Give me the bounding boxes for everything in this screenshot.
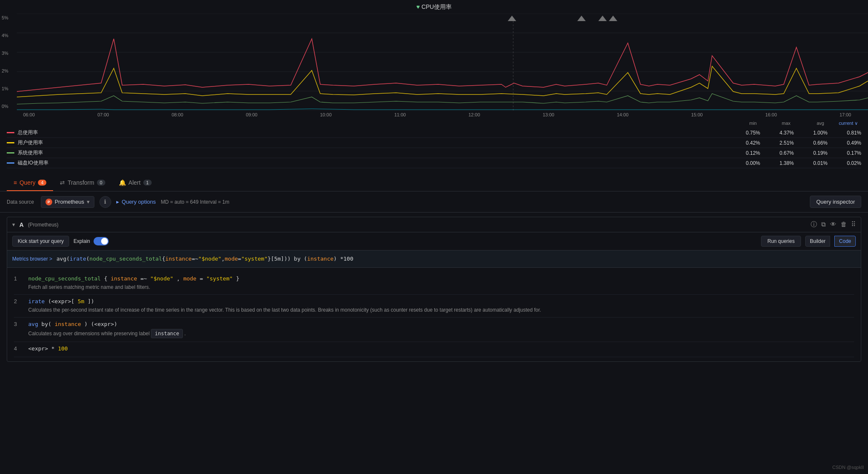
explain-toggle[interactable]: [94, 237, 109, 245]
builder-button[interactable]: Builder: [805, 236, 830, 247]
expr-irate: irate: [70, 256, 86, 262]
legend-max-sys: 0.67%: [760, 150, 794, 156]
legend-col-current[interactable]: current ∨: [824, 121, 858, 126]
query-options-meta: MD = auto = 649 Interval = 1m: [161, 199, 229, 205]
explain-num-1: 1: [14, 275, 22, 282]
explain-code-1: node_cpu_seconds_total { instance =~ "$n…: [28, 275, 854, 282]
query-tab-label: Query: [19, 179, 35, 186]
chevron-down-icon: ▾: [87, 199, 90, 205]
legend-min-sys: 0.12%: [726, 150, 760, 156]
query-letter: A: [19, 221, 24, 228]
watermark: CSDN @sqpkII: [832, 465, 864, 470]
explain-text-2: Calculates the per-second instant rate o…: [28, 306, 854, 314]
chevron-right-icon: ▸: [116, 199, 119, 205]
legend-color-user: [7, 142, 14, 143]
explain-code-4: <expr> * 100: [28, 345, 854, 352]
query-tab-icon: ≡: [13, 179, 17, 186]
legend-min-user: 0.42%: [726, 140, 760, 146]
legend-current-user: 0.49%: [828, 140, 861, 146]
legend-col-min: min: [723, 121, 757, 126]
query-options-label: Query options: [122, 199, 156, 205]
query-copy-icon[interactable]: ⧉: [821, 221, 826, 229]
tabs-bar: ≡ Query 4 ⇄ Transform 0 🔔 Alert 1: [0, 175, 868, 191]
explain-item-1: 1 node_cpu_seconds_total { instance =~ "…: [14, 272, 854, 295]
expr-avg: avg(: [56, 256, 70, 262]
expr-metric: node_cpu_seconds_total: [89, 256, 162, 262]
chart-svg: [17, 13, 868, 110]
datasource-selector[interactable]: P Prometheus ▾: [41, 196, 94, 208]
alert-tab-label: Alert: [129, 179, 141, 186]
legend-avg-disk: 0.01%: [794, 160, 828, 166]
list-item[interactable]: 用户使用率 0.42% 2.51% 0.66% 0.49%: [7, 138, 861, 148]
legend-max-disk: 1.38%: [760, 160, 794, 166]
legend-values-sys: 0.12% 0.67% 0.19% 0.17%: [726, 150, 861, 156]
chart-title: ♥ CPU使用率: [0, 3, 868, 13]
legend-min-total: 0.75%: [726, 130, 760, 136]
tab-transform[interactable]: ⇄ Transform 0: [53, 175, 112, 191]
legend-values-disk: 0.00% 1.38% 0.01% 0.02%: [726, 160, 861, 166]
datasource-label: Data source: [7, 199, 34, 205]
chart-title-text: CPU使用率: [421, 3, 452, 10]
query-block-header: ▾ A (Prometheus) ⓘ ⧉ 👁 🗑 ⠿: [7, 217, 861, 232]
chart-area: 5% 4% 3% 2% 1% 0%: [0, 13, 868, 110]
legend-current-sys: 0.17%: [828, 150, 861, 156]
legend-area: min max avg current ∨ 总使用率 0.75% 4.37% 1…: [0, 117, 868, 172]
list-item[interactable]: 磁盘IO使用率 0.00% 1.38% 0.01% 0.02%: [7, 158, 861, 168]
legend-label-user: 用户使用率: [18, 139, 726, 146]
transform-tab-badge: 0: [97, 180, 105, 186]
query-source: (Prometheus): [28, 222, 59, 228]
datasource-name: Prometheus: [55, 199, 84, 205]
transform-tab-label: Transform: [67, 179, 94, 186]
query-block: ▾ A (Prometheus) ⓘ ⧉ 👁 🗑 ⠿ Kick start yo…: [7, 217, 861, 362]
run-queries-button[interactable]: Run queries: [761, 236, 801, 247]
tab-query[interactable]: ≡ Query 4: [7, 175, 53, 191]
query-input-row: Kick start your query Explain Run querie…: [7, 232, 861, 250]
legend-max-user: 2.51%: [760, 140, 794, 146]
list-item[interactable]: 系统使用率 0.12% 0.67% 0.19% 0.17%: [7, 148, 861, 158]
expr-value-node: "$node": [198, 256, 222, 262]
code-button[interactable]: Code: [834, 236, 856, 247]
expression-row: Metrics browser > avg(irate(node_cpu_sec…: [7, 250, 861, 268]
explain-row: Explain: [73, 237, 108, 245]
svg-marker-7: [577, 16, 586, 21]
svg-marker-9: [609, 16, 617, 21]
legend-col-avg: avg: [790, 121, 824, 126]
legend-min-disk: 0.00%: [726, 160, 760, 166]
collapse-icon[interactable]: ▾: [12, 221, 15, 228]
query-inspector-button[interactable]: Query inspector: [810, 196, 861, 208]
legend-color-total: [7, 132, 14, 133]
tab-alert[interactable]: 🔔 Alert 1: [112, 175, 158, 191]
info-button[interactable]: ℹ: [99, 196, 111, 208]
chart-container: ♥ CPU使用率 5% 4% 3% 2% 1% 0%: [0, 0, 868, 117]
query-expression-display[interactable]: avg(irate(node_cpu_seconds_total{instanc…: [56, 254, 856, 264]
explain-text-3: Calculates avg over dimensions while pre…: [28, 329, 854, 338]
legend-label-total: 总使用率: [18, 129, 726, 136]
legend-current-disk: 0.02%: [828, 160, 861, 166]
legend-color-disk: [7, 162, 14, 164]
query-options-button[interactable]: ▸ Query options: [116, 199, 156, 205]
explain-label: Explain: [73, 238, 90, 244]
svg-marker-6: [508, 16, 516, 21]
query-help-icon[interactable]: ⓘ: [811, 221, 817, 229]
explain-num-2: 2: [14, 298, 22, 304]
explain-content-4: <expr> * 100: [28, 345, 854, 353]
explain-num-4: 4: [14, 345, 22, 352]
expr-by-instance: instance: [307, 256, 334, 262]
query-drag-icon[interactable]: ⠿: [851, 221, 856, 229]
transform-tab-icon: ⇄: [60, 179, 65, 186]
query-toolbar: Data source P Prometheus ▾ ℹ ▸ Query opt…: [0, 191, 868, 213]
query-delete-icon[interactable]: 🗑: [841, 221, 847, 229]
legend-color-sys: [7, 152, 14, 154]
legend-current-total: 0.81%: [828, 130, 861, 136]
legend-values-user: 0.42% 2.51% 0.66% 0.49%: [726, 140, 861, 146]
explain-item-4: 4 <expr> * 100: [14, 342, 854, 357]
legend-values-total: 0.75% 4.37% 1.00% 0.81%: [726, 130, 861, 136]
metrics-browser-link[interactable]: Metrics browser >: [12, 256, 52, 262]
list-item[interactable]: 总使用率 0.75% 4.37% 1.00% 0.81%: [7, 128, 861, 138]
kick-start-button[interactable]: Kick start your query: [12, 236, 69, 247]
query-hide-icon[interactable]: 👁: [830, 221, 836, 229]
legend-avg-sys: 0.19%: [794, 150, 828, 156]
alert-tab-icon: 🔔: [119, 179, 126, 186]
legend-label-disk: 磁盘IO使用率: [18, 159, 726, 167]
expr-value-system: "system": [241, 256, 268, 262]
